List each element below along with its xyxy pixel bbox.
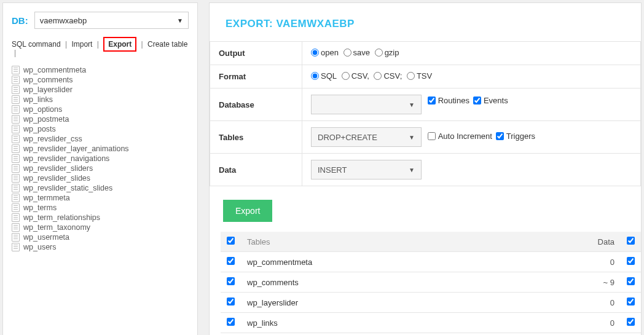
- table-link[interactable]: wp_commentmeta: [23, 66, 86, 74]
- list-item: wp_postmeta: [12, 115, 189, 124]
- table-link[interactable]: wp_term_taxonomy: [23, 223, 90, 232]
- export-button[interactable]: Export: [223, 200, 272, 222]
- row-data-checkbox[interactable]: [627, 318, 635, 326]
- checkbox-input[interactable]: [496, 132, 504, 140]
- table-link[interactable]: wp_links: [23, 95, 53, 104]
- row-table-name: wp_options: [241, 333, 571, 336]
- table-link[interactable]: wp_revslider_slides: [23, 174, 90, 183]
- row-data-count: ~ 430: [571, 333, 621, 336]
- row-data-count: ~ 9: [571, 272, 621, 293]
- row-data-checkbox[interactable]: [627, 298, 635, 305]
- radio-label: open: [321, 48, 339, 57]
- checkbox-routines[interactable]: Routines: [428, 96, 469, 105]
- table-icon: [12, 213, 20, 222]
- checkbox-events[interactable]: Events: [473, 96, 508, 105]
- radio-sql[interactable]: SQL: [311, 71, 337, 81]
- checkbox-input[interactable]: [473, 97, 481, 104]
- checkbox-triggers[interactable]: Triggers: [496, 132, 535, 141]
- table-icon: [12, 135, 20, 143]
- radio-save[interactable]: save: [344, 48, 370, 57]
- database-cell: ▼ RoutinesEvents: [302, 89, 641, 121]
- table-icon: [12, 154, 20, 163]
- chevron-down-icon: ▼: [177, 17, 183, 24]
- radio-csv[interactable]: CSV,: [342, 71, 369, 81]
- radio-input[interactable]: [311, 49, 319, 57]
- table-link[interactable]: wp_terms: [23, 203, 57, 212]
- radio-label: CSV,: [351, 71, 369, 81]
- table-link[interactable]: wp_comments: [23, 76, 73, 84]
- table-link[interactable]: wp_posts: [23, 125, 56, 133]
- checkbox-input[interactable]: [428, 132, 436, 140]
- list-item: wp_term_relationships: [12, 213, 189, 222]
- radio-input[interactable]: [375, 49, 383, 57]
- radio-open[interactable]: open: [311, 48, 339, 57]
- nav-link-import[interactable]: Import: [71, 40, 92, 49]
- nav-link-create-table[interactable]: Create table: [147, 40, 187, 49]
- row-table-checkbox[interactable]: [227, 277, 235, 285]
- list-item: wp_revslider_css: [12, 135, 189, 143]
- list-item: wp_revslider_layer_animations: [12, 144, 189, 153]
- database-select[interactable]: ▼: [311, 95, 422, 114]
- table-link[interactable]: wp_revslider_sliders: [23, 164, 93, 173]
- checkbox-auto-increment[interactable]: Auto Increment: [428, 132, 492, 141]
- checkbox-label: Events: [484, 96, 508, 105]
- list-item: wp_options: [12, 105, 189, 114]
- table-link[interactable]: wp_termmeta: [23, 194, 70, 202]
- db-select[interactable]: vaemwxaebp ▼: [34, 12, 189, 29]
- radio-input[interactable]: [344, 49, 351, 57]
- table-icon: [12, 243, 20, 251]
- list-item: wp_usermeta: [12, 233, 189, 242]
- table-link[interactable]: wp_usermeta: [23, 233, 69, 242]
- table-link[interactable]: wp_revslider_layer_animations: [23, 144, 129, 153]
- list-item: wp_posts: [12, 125, 189, 133]
- list-item: wp_comments: [12, 76, 189, 84]
- nav-link-export[interactable]: Export: [103, 37, 136, 52]
- list-item: wp_revslider_sliders: [12, 164, 189, 173]
- data-label: Data: [210, 154, 302, 186]
- select-all-data-checkbox[interactable]: [627, 237, 635, 245]
- chevron-down-icon: ▼: [409, 101, 415, 108]
- table-link[interactable]: wp_users: [23, 243, 57, 251]
- data-select[interactable]: INSERT ▼: [311, 160, 422, 179]
- radio-label: save: [353, 48, 370, 57]
- radio-input[interactable]: [311, 72, 319, 80]
- tables-select[interactable]: DROP+CREATE ▼: [311, 127, 422, 147]
- list-item: wp_links: [12, 95, 189, 104]
- row-data-checkbox[interactable]: [627, 257, 635, 265]
- row-table-checkbox[interactable]: [227, 257, 235, 265]
- row-table-checkbox[interactable]: [227, 298, 235, 305]
- radio-tsv[interactable]: TSV: [407, 71, 432, 81]
- table-icon: [12, 144, 20, 153]
- table-icon: [12, 203, 20, 212]
- row-table-checkbox[interactable]: [227, 318, 235, 326]
- table-link[interactable]: wp_term_relationships: [23, 213, 100, 222]
- nav-link-sql-command[interactable]: SQL command: [12, 40, 61, 49]
- select-all-tables-checkbox[interactable]: [227, 237, 235, 245]
- row-data-checkbox[interactable]: [627, 277, 635, 285]
- radio-gzip[interactable]: gzip: [375, 48, 399, 57]
- table-link[interactable]: wp_revslider_css: [23, 135, 82, 143]
- table-row: wp_links0: [221, 313, 641, 333]
- page-title: EXPORT: VAEMWXAEBP: [210, 18, 641, 41]
- radio-csv[interactable]: CSV;: [374, 71, 402, 81]
- radio-input[interactable]: [374, 72, 382, 80]
- radio-input[interactable]: [407, 72, 415, 80]
- output-cell: open save gzip: [302, 42, 641, 65]
- table-icon: [12, 174, 20, 183]
- list-item: wp_commentmeta: [12, 66, 189, 74]
- radio-input[interactable]: [342, 72, 350, 80]
- table-link[interactable]: wp_revslider_static_slides: [23, 184, 112, 192]
- table-icon: [12, 95, 20, 104]
- grid-header-data: Data: [571, 232, 621, 252]
- table-link[interactable]: wp_revslider_navigations: [23, 154, 109, 163]
- table-link[interactable]: wp_postmeta: [23, 115, 69, 124]
- table-icon: [12, 194, 20, 202]
- nav-separator: |: [139, 40, 145, 49]
- table-link[interactable]: wp_options: [23, 105, 62, 114]
- nav-separator: |: [63, 40, 69, 49]
- list-item: wp_layerslider: [12, 85, 189, 94]
- row-table-name: wp_links: [241, 313, 571, 333]
- table-link[interactable]: wp_layerslider: [23, 85, 73, 94]
- checkbox-input[interactable]: [428, 97, 436, 104]
- sidebar: DB: vaemwxaebp ▼ SQL command | Import | …: [2, 2, 198, 335]
